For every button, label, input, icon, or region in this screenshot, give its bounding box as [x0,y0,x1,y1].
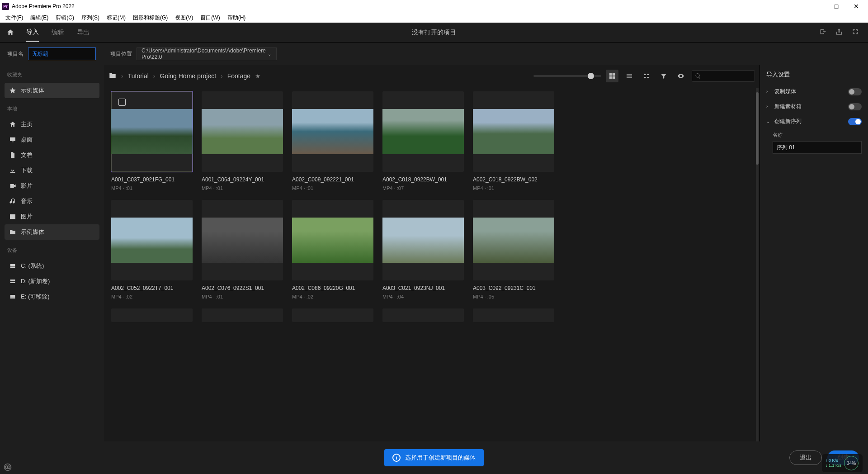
scrollbar[interactable] [756,88,759,474]
share-icon[interactable] [835,28,843,37]
sidebar-item[interactable]: 示例媒体 [5,224,99,240]
clip-item[interactable] [382,308,464,322]
settings-row[interactable]: ⌄创建新序列 [766,114,862,129]
clip-item[interactable] [111,308,193,322]
clip-item[interactable]: A002_C018_0922BW_001MP4 · :07 [382,91,464,191]
clip-item[interactable]: A003_C092_09231C_001MP4 · :05 [473,200,554,299]
thumbnail-zoom-slider[interactable] [533,75,601,77]
sidebar-item[interactable]: 桌面 [5,132,99,147]
menu-item[interactable]: 编辑(E) [28,14,51,22]
breadcrumb-item[interactable]: Footage [227,72,250,80]
clip-item[interactable]: A001_C037_0921FG_001MP4 · :01 [111,91,193,191]
os-titlebar: Pr Adobe Premiere Pro 2022 — □ ✕ [0,0,868,13]
project-name-input[interactable] [28,47,96,60]
menu-item[interactable]: 帮助(H) [225,14,249,22]
menu-item[interactable]: 序列(S) [79,14,102,22]
visibility-button[interactable] [675,70,687,82]
clip-thumbnail[interactable] [292,91,373,172]
net-down: ↓ 1.1 K/s [826,463,841,468]
folder-icon[interactable] [108,71,117,81]
sidebar-item[interactable]: 音乐 [5,194,99,209]
exit-button[interactable]: 退出 [789,450,822,465]
quick-export-icon[interactable] [819,28,826,37]
project-location-dropdown[interactable]: C:\Users\Administrator\Documents\Adobe\P… [137,47,277,60]
menu-item[interactable]: 视图(V) [172,14,196,22]
clip-thumbnail[interactable] [202,200,283,280]
sidebar-item[interactable]: C: (系统) [5,258,99,274]
sequence-name-input[interactable] [773,141,862,154]
home-button[interactable] [0,28,21,37]
clip-item[interactable]: A002_C086_09220G_001MP4 · :02 [292,200,373,299]
clip-item[interactable] [292,308,373,322]
clip-thumbnail[interactable] [202,308,283,322]
sidebar-item-label: 图片 [21,213,33,221]
clip-thumbnail[interactable] [202,91,283,172]
clip-item[interactable]: A002_C009_092221_001MP4 · :01 [292,91,373,191]
clip-checkbox[interactable] [118,99,126,106]
clip-thumbnail[interactable] [473,200,554,280]
clip-item[interactable] [202,308,283,322]
clip-thumbnail[interactable] [382,200,464,280]
search-input[interactable] [692,70,755,82]
main-area: 收藏夹 示例媒体 本地 主页桌面文档下载影片音乐图片示例媒体 设备 C: (系统… [0,65,868,474]
clip-thumbnail[interactable] [473,308,554,322]
sidebar-item[interactable]: 图片 [5,209,99,224]
sort-button[interactable] [640,70,653,82]
sidebar-item[interactable]: 文档 [5,147,99,163]
clip-thumbnail[interactable] [111,308,193,322]
breadcrumb-item[interactable]: Going Home project [160,72,217,80]
clip-grid-scroll[interactable]: A001_C037_0921FG_001MP4 · :01A001_C064_0… [104,87,760,474]
menu-item[interactable]: 文件(F) [3,14,26,22]
sidebar-item[interactable]: 示例媒体 [5,83,99,98]
star-icon[interactable]: ★ [255,72,261,80]
minimize-button[interactable]: — [807,0,826,13]
close-button[interactable]: ✕ [846,0,866,13]
menu-item[interactable]: 图形和标题(G) [130,14,170,22]
download-icon [9,167,16,174]
clip-name: A002_C076_0922S1_001 [202,285,283,291]
import-settings-panel: 导入设置 ›复制媒体›新建素材箱⌄创建新序列 名称 [760,65,868,474]
sidebar-item[interactable]: 下载 [5,163,99,178]
clip-name: A002_C018_0922BW_001 [382,176,464,183]
breadcrumb-item[interactable]: Tutorial [128,72,149,80]
menu-item[interactable]: 剪辑(C) [53,14,77,22]
sidebar-item[interactable]: 主页 [5,117,99,132]
clip-item[interactable]: A003_C021_0923NJ_001MP4 · :04 [382,200,464,299]
clip-thumbnail[interactable] [292,308,373,322]
menu-item[interactable]: 标记(M) [104,14,128,22]
settings-row[interactable]: ›复制媒体 [766,84,862,99]
grid-view-button[interactable] [606,70,618,82]
clip-thumbnail[interactable] [111,91,193,172]
settings-row[interactable]: ›新建素材箱 [766,99,862,114]
clip-item[interactable]: A002_C018_0922BW_002MP4 · :01 [473,91,554,191]
fullscreen-icon[interactable] [852,28,859,37]
mode-tab[interactable]: 导出 [77,24,90,41]
desktop-icon [9,136,16,143]
clip-item[interactable]: A002_C052_0922T7_001MP4 · :02 [111,200,193,299]
sidebar-item-label: 文档 [21,151,33,159]
filter-button[interactable] [657,70,670,82]
clip-thumbnail[interactable] [292,200,373,280]
maximize-button[interactable]: □ [826,0,846,13]
clip-thumbnail[interactable] [382,308,464,322]
clip-item[interactable] [473,308,554,322]
sidebar-item[interactable]: 影片 [5,178,99,194]
sidebar-item[interactable]: E: (可移除) [5,289,99,304]
clip-item[interactable]: A001_C064_09224Y_001MP4 · :01 [202,91,283,191]
toggle-switch[interactable] [848,103,862,110]
clip-thumbnail[interactable] [111,200,193,280]
clip-thumbnail[interactable] [382,91,464,172]
creative-cloud-icon[interactable] [4,463,12,471]
toggle-switch[interactable] [848,118,862,125]
sidebar-item[interactable]: D: (新加卷) [5,274,99,289]
list-view-button[interactable] [623,70,636,82]
video-icon [9,182,16,190]
toggle-switch[interactable] [848,88,862,95]
mode-tab[interactable]: 编辑 [52,24,64,41]
mode-tab[interactable]: 导入 [26,24,39,42]
clip-item[interactable]: A002_C076_0922S1_001MP4 · :01 [202,200,283,299]
app-title: Adobe Premiere Pro 2022 [12,3,75,9]
sidebar-item-label: 音乐 [21,197,33,205]
menu-item[interactable]: 窗口(W) [198,14,222,22]
clip-thumbnail[interactable] [473,91,554,172]
